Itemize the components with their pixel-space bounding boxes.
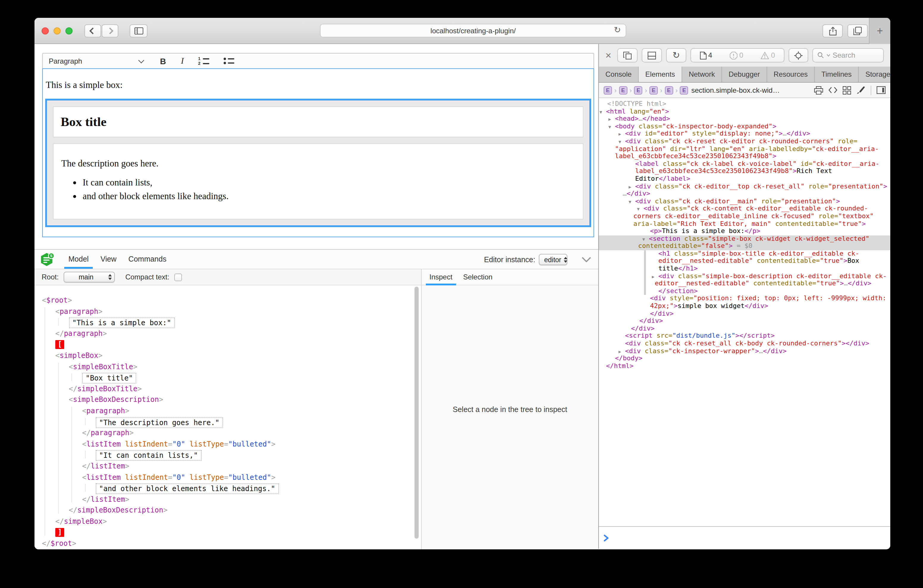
show-source-icon[interactable]: [828, 87, 838, 94]
model-tree-node[interactable]: <paragraph>: [34, 406, 421, 417]
model-text-node[interactable]: "Box title": [82, 373, 136, 383]
model-tree-node[interactable]: </simpleBox>: [34, 516, 421, 527]
devtools-code-line[interactable]: <script src="dist/bundle.js"></script>: [599, 333, 890, 340]
sidebar-toggle-button[interactable]: [130, 25, 148, 38]
print-icon[interactable]: [814, 86, 823, 94]
disclosure-triangle-icon[interactable]: ▼: [629, 198, 631, 206]
devtools-code-line[interactable]: label_e63cbbfece34c53ce23501062343f49b8"…: [599, 168, 890, 176]
devtools-code-line[interactable]: "application" dir="ltr" lang="en" aria-l…: [599, 145, 890, 153]
model-tree-node[interactable]: <$root>: [34, 295, 421, 306]
model-text-node[interactable]: "The description goes here.": [95, 417, 223, 428]
console-prompt[interactable]: [599, 526, 890, 549]
model-tree-node[interactable]: <simpleBox>: [34, 350, 421, 361]
grid-layout-icon[interactable]: [843, 86, 851, 94]
styles-brush-icon[interactable]: [856, 85, 866, 95]
devtools-code-line[interactable]: editor__nested-editable" contenteditable…: [599, 280, 890, 288]
model-tree-node[interactable]: "This is a simple box:": [34, 317, 421, 328]
devtools-code-line[interactable]: </div>: [599, 325, 890, 333]
model-tree-node[interactable]: <listItem listIndent="0" listType="bulle…: [34, 472, 421, 483]
breadcrumb-element-badge[interactable]: E: [680, 86, 688, 94]
close-devtools-button[interactable]: ✕: [604, 51, 613, 60]
model-text-node[interactable]: "It can contain lists,": [95, 450, 201, 461]
model-tree-node[interactable]: <listItem listIndent="0" listType="bulle…: [34, 439, 421, 450]
model-tree-node[interactable]: ]: [34, 527, 421, 538]
disclosure-triangle-icon[interactable]: ▼: [599, 108, 602, 116]
devtools-code-line[interactable]: <p>This is a simple box:</p>: [599, 228, 890, 235]
bulleted-list-button[interactable]: [223, 57, 234, 64]
details-sidebar-toggle-icon[interactable]: [877, 86, 885, 94]
tree-scrollbar[interactable]: [414, 287, 419, 539]
breadcrumb-current[interactable]: section.simple-box.ck-wid…: [691, 86, 780, 94]
model-tree-node[interactable]: </paragraph>: [34, 328, 421, 339]
share-button[interactable]: [823, 25, 843, 38]
dock-devtools-button[interactable]: [642, 48, 662, 62]
model-tree-node[interactable]: </listItem>: [34, 494, 421, 505]
model-tree-node[interactable]: [: [34, 339, 421, 350]
devtools-code-line[interactable]: ▶<head>…</head>: [599, 115, 890, 123]
heading-dropdown[interactable]: Paragraph: [49, 57, 82, 65]
devtools-tab-storage[interactable]: Storage: [859, 67, 890, 82]
list-item[interactable]: and other block elements like headings.: [83, 191, 576, 202]
inspector-tab-model[interactable]: Model: [68, 250, 89, 269]
node-inspector-tab-inspect[interactable]: Inspect: [429, 269, 452, 285]
model-tree-node[interactable]: </listItem>: [34, 461, 421, 472]
node-inspector-tab-selection[interactable]: Selection: [463, 269, 493, 285]
devtools-code-line[interactable]: </html>: [599, 363, 890, 370]
breadcrumb-element-badge[interactable]: E: [665, 86, 673, 94]
devtools-search-field[interactable]: Search: [812, 48, 884, 62]
model-tree-node[interactable]: "Box title": [34, 372, 421, 383]
minimize-window-button[interactable]: [54, 27, 61, 34]
devtools-tab-elements[interactable]: Elements: [639, 67, 682, 82]
intro-paragraph[interactable]: This is a simple box:: [46, 80, 591, 90]
model-tree-node[interactable]: "and other block elements like headings.…: [34, 483, 421, 494]
model-tree-node[interactable]: </paragraph>: [34, 427, 421, 439]
devtools-code-line[interactable]: editor__nested-editable" contenteditable…: [599, 258, 890, 265]
model-tree-node[interactable]: "It can contain lists,": [34, 450, 421, 461]
model-tree-node[interactable]: </simpleBoxDescription>: [34, 505, 421, 516]
disclosure-triangle-icon[interactable]: ▶: [652, 273, 654, 281]
resource-status-button[interactable]: 4 0 0: [690, 48, 784, 62]
breadcrumb-element-badge[interactable]: E: [604, 86, 612, 94]
bold-button[interactable]: B: [160, 56, 166, 66]
breadcrumb-element-badge[interactable]: E: [619, 86, 627, 94]
devtools-tab-timelines[interactable]: Timelines: [815, 67, 859, 82]
devtools-code-line[interactable]: </div>: [599, 317, 890, 325]
devtools-code-line[interactable]: ▶<div class="ck ck-editor__top ck-reset_…: [599, 183, 890, 190]
model-tree-node[interactable]: <simpleBoxTitle>: [34, 361, 421, 372]
devtools-code-line[interactable]: <div style="position: fixed; top: 0px; l…: [599, 295, 890, 302]
devtools-code-line[interactable]: label_e63cbbfece34c53ce23501062343f49b8"…: [599, 153, 890, 160]
devtools-code-line[interactable]: ▶<div id="editor" style="display: none;"…: [599, 130, 890, 138]
model-text-node[interactable]: "This is a simple box:": [69, 317, 174, 328]
show-tab-overview-button[interactable]: [847, 25, 868, 38]
simple-box-description[interactable]: The description goes here. It can contai…: [53, 143, 583, 219]
model-tree-node[interactable]: <paragraph>: [34, 306, 421, 317]
editor-instance-select[interactable]: editor: [539, 254, 567, 265]
inspector-tab-commands[interactable]: Commands: [128, 250, 166, 269]
model-tree-node[interactable]: </simpleBoxTitle>: [34, 383, 421, 394]
devtools-code-line[interactable]: aria-label="Rich Text Editor, main" cont…: [599, 220, 890, 228]
devtools-tab-resources[interactable]: Resources: [767, 67, 815, 82]
italic-button[interactable]: I: [181, 56, 184, 66]
model-tree-node[interactable]: </$root>: [34, 538, 421, 549]
devtools-tab-debugger[interactable]: Debugger: [722, 67, 767, 82]
devtools-code-line[interactable]: <div class="ck ck-reset_all ck-body ck-r…: [599, 340, 890, 348]
devtools-tab-console[interactable]: Console: [599, 67, 639, 82]
root-select[interactable]: main: [63, 272, 115, 283]
numbered-list-button[interactable]: 1 2: [198, 57, 209, 65]
devtools-code-line[interactable]: ▼<html lang="en">: [599, 108, 890, 115]
inspector-tab-view[interactable]: View: [100, 250, 117, 269]
devtools-code-line[interactable]: ▼<div class="ck ck-content ck-editor__ed…: [599, 205, 890, 213]
devtools-code-line[interactable]: <!DOCTYPE html>: [599, 100, 890, 108]
devtools-code-line[interactable]: ▼<body class="ck-inspector-body-expanded…: [599, 123, 890, 130]
devtools-code-line[interactable]: contenteditable="false"> = $0: [599, 243, 890, 250]
devtools-code-line[interactable]: title</h1>: [599, 265, 890, 273]
description-list[interactable]: It can contain lists, and other block el…: [61, 177, 576, 202]
model-tree-node[interactable]: <simpleBoxDescription>: [34, 394, 421, 406]
detach-devtools-button[interactable]: [618, 48, 637, 62]
simple-box-widget[interactable]: Box title The description goes here. It …: [45, 99, 591, 227]
disclosure-triangle-icon[interactable]: ▶: [608, 116, 611, 123]
devtools-code-line[interactable]: ▼<div class="ck ck-reset ck-editor ck-ro…: [599, 138, 890, 145]
box-title-heading[interactable]: Box title: [61, 115, 107, 129]
list-item[interactable]: It can contain lists,: [83, 177, 576, 188]
devtools-code-line[interactable]: <label class="ck ck-label ck-voice-label…: [599, 161, 890, 168]
